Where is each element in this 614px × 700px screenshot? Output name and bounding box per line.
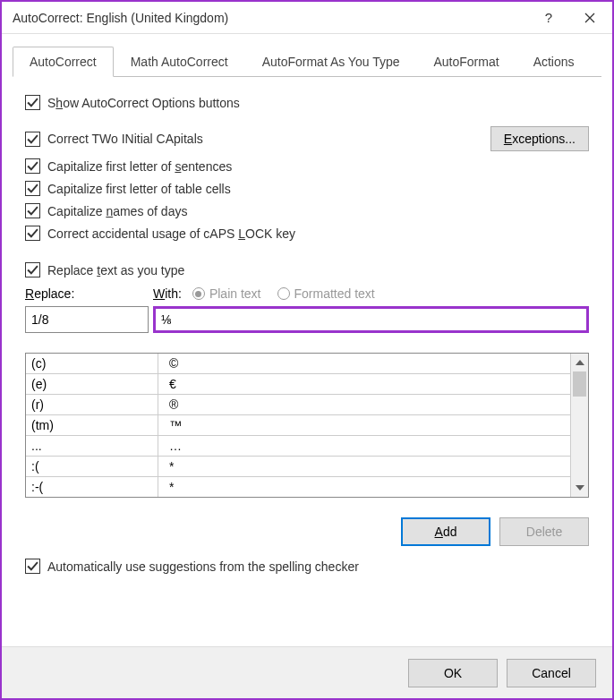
table-cell-replace: (c) [26, 354, 158, 373]
label-replace-type: Replace text as you type [47, 263, 184, 277]
with-input-highlight [153, 306, 589, 333]
tab-actions[interactable]: Actions [516, 47, 592, 76]
table-row[interactable]: :(* [26, 457, 570, 477]
table-cell-replace: :( [26, 457, 158, 476]
titlebar: AutoCorrect: English (United Kingdom) ? [2, 2, 612, 34]
cancel-button[interactable]: Cancel [507, 659, 596, 687]
scroll-thumb[interactable] [573, 371, 586, 397]
radio-plain-text [192, 287, 205, 300]
label-auto-suggest: Automatically use suggestions from the s… [47, 559, 359, 574]
table-row[interactable]: :-(* [26, 477, 570, 497]
tab-autocorrect[interactable]: AutoCorrect [13, 47, 114, 77]
table-cell-with: ™ [158, 418, 570, 432]
table-row[interactable]: ...… [26, 436, 570, 457]
label-show-options: Show AutoCorrect Options buttons [47, 96, 240, 110]
replace-input[interactable] [25, 306, 149, 333]
label-first-cell: Capitalize first letter of table cells [47, 182, 231, 196]
table-row[interactable]: (r)® [26, 395, 570, 415]
label-first-sentence: Capitalize first letter of sentences [47, 159, 232, 174]
table-cell-replace: (r) [26, 395, 158, 414]
checkbox-names-days[interactable] [25, 203, 40, 218]
checkbox-auto-suggest[interactable] [25, 559, 40, 574]
checkbox-replace-type[interactable] [25, 262, 40, 277]
scroll-down-icon[interactable] [571, 479, 588, 497]
checkbox-first-cell[interactable] [25, 181, 40, 196]
table-cell-replace: ... [26, 436, 158, 456]
ok-button[interactable]: OK [408, 659, 498, 687]
table-cell-with: ® [158, 397, 570, 412]
table-row[interactable]: (e)€ [26, 374, 570, 395]
label-names-days: Capitalize names of days [47, 204, 187, 218]
with-input[interactable] [161, 312, 581, 327]
scrollbar[interactable] [570, 354, 588, 497]
table-cell-with: * [158, 459, 570, 474]
with-label: With: [153, 286, 182, 301]
close-button[interactable] [569, 3, 610, 33]
tab-autoformat-type[interactable]: AutoFormat As You Type [245, 47, 417, 76]
table-cell-with: … [158, 439, 570, 453]
tab-math-autocorrect[interactable]: Math AutoCorrect [114, 47, 245, 76]
dialog-footer: OK Cancel [2, 646, 612, 698]
table-cell-with: * [158, 480, 570, 494]
label-two-initial: Correct TWo INitial CApitals [47, 132, 203, 146]
autocorrect-table: (c)©(e)€(r)®(tm)™...…:(*:-(* [25, 353, 589, 498]
checkbox-caps-lock[interactable] [25, 226, 40, 241]
delete-button: Delete [499, 517, 589, 546]
table-row[interactable]: (c)© [26, 354, 570, 374]
radio-formatted-label: Formatted text [294, 286, 375, 301]
tab-bar: AutoCorrect Math AutoCorrect AutoFormat … [13, 47, 601, 77]
exceptions-button[interactable]: Exceptions... [490, 126, 589, 151]
add-button[interactable]: Add [401, 517, 490, 546]
table-cell-with: © [158, 356, 570, 371]
tab-autoformat[interactable]: AutoFormat [416, 47, 516, 76]
table-cell-replace: (tm) [26, 415, 158, 435]
checkbox-first-sentence[interactable] [25, 158, 40, 174]
table-row[interactable]: (tm)™ [26, 415, 570, 436]
radio-plain-label: Plain text [209, 286, 261, 301]
radio-formatted-text [277, 287, 290, 300]
scroll-up-icon[interactable] [571, 354, 588, 371]
table-cell-replace: :-( [26, 477, 158, 497]
help-button[interactable]: ? [528, 3, 569, 33]
window-title: AutoCorrect: English (United Kingdom) [13, 11, 528, 25]
checkbox-two-initial[interactable] [25, 132, 40, 147]
label-caps-lock: Correct accidental usage of cAPS LOCK ke… [47, 226, 295, 241]
checkbox-show-options[interactable] [25, 95, 40, 110]
close-icon [584, 13, 595, 23]
table-cell-with: € [158, 377, 570, 391]
table-cell-replace: (e) [26, 374, 158, 394]
replace-label: Replace: [25, 286, 153, 301]
